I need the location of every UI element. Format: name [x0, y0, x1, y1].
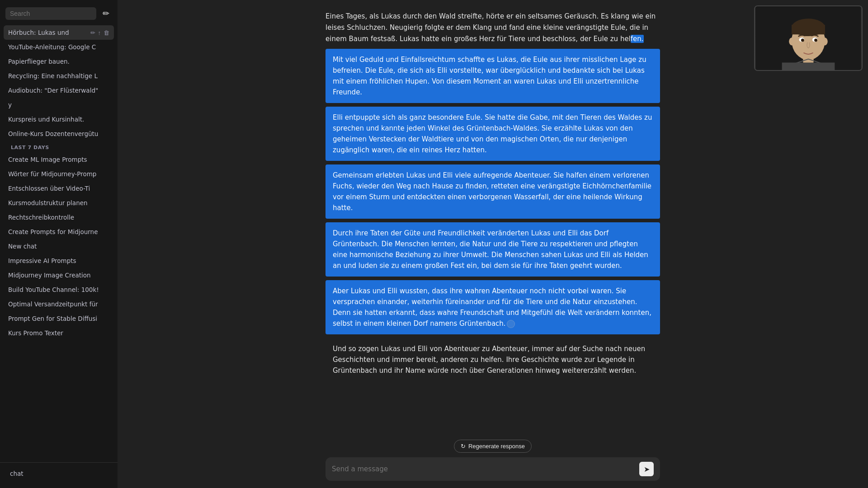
svg-point-6 [789, 38, 795, 46]
sidebar-item-label: Impressive AI Prompts [8, 257, 109, 264]
send-icon: ➤ [644, 465, 650, 474]
sidebar-top: ✏ [0, 4, 118, 25]
search-input[interactable] [5, 7, 96, 20]
sidebar-item-wörter[interactable]: Wörter für Midjourney-Promp [4, 167, 114, 181]
sidebar-item-versandzeitpunkt[interactable]: Optimal Versandzeitpunkt für [4, 297, 114, 311]
sidebar-item-flüsterwald[interactable]: Audiobuch: "Der Flüsterwald" [4, 83, 114, 98]
delete-icon[interactable]: 🗑 [104, 29, 109, 36]
sidebar-item-label: Online-Kurs Dozentenvergütu [8, 130, 109, 137]
sidebar-items-list: Hörbuch: Lukas und ✏ ↑ 🗑 YouTube-Anleitu… [0, 25, 118, 462]
chat-bottom-label: chat [10, 470, 108, 477]
regenerate-icon: ↻ [461, 443, 466, 450]
svg-point-7 [821, 38, 828, 46]
sidebar-item-entschlossen[interactable]: Entschlossen über Video-Ti [4, 181, 114, 196]
sidebar-item-label: Optimal Versandzeitpunkt für [8, 300, 109, 308]
sidebar-item-label: Papierflieger bauen. [8, 58, 109, 65]
sidebar-item-prompt-gen[interactable]: Prompt Gen for Stable Diffusi [4, 311, 114, 326]
message-para-5: Durch ihre Taten der Güte und Freundlich… [326, 222, 660, 277]
sidebar-item-label: Prompt Gen for Stable Diffusi [8, 315, 109, 322]
active-item-actions: ✏ ↑ 🗑 [90, 29, 110, 36]
message-para-1: Eines Tages, als Lukas durch den Wald st… [326, 11, 660, 44]
sidebar-item-label: Create ML Image Prompts [8, 156, 109, 163]
sidebar-item-label: Kurs Promo Texter [8, 329, 109, 337]
sidebar-item-label: New chat [8, 243, 109, 250]
svg-rect-12 [782, 62, 835, 70]
message-input-wrap: ➤ [326, 457, 660, 481]
sidebar-item-label: Recycling: Eine nachhaltige L [8, 72, 109, 80]
para-1-highlighted: fen. [631, 35, 644, 43]
message-para-6: Aber Lukas und Elli wussten, dass ihre w… [326, 280, 660, 334]
regenerate-label: Regenerate response [468, 443, 525, 450]
sidebar-item-hoerbuch[interactable]: Hörbuch: Lukas und ✏ ↑ 🗑 [4, 25, 114, 40]
message-para-7: Und so zogen Lukas und Elli von Abenteue… [326, 338, 660, 381]
sidebar-item-impressive-ai[interactable]: Impressive AI Prompts [4, 253, 114, 268]
send-button[interactable]: ➤ [639, 462, 654, 476]
sidebar-item-label: Build YouTube Channel: 100k! [8, 286, 109, 293]
sidebar-item-label: Hörbuch: Lukas und [8, 29, 90, 36]
sidebar-item-recycling[interactable]: Recycling: Eine nachhaltige L [4, 69, 114, 83]
sidebar-bottom-chat[interactable]: chat [5, 466, 112, 481]
sidebar-item-online-kurs[interactable]: Online-Kurs Dozentenvergütu [4, 127, 114, 141]
sidebar-item-y[interactable]: y [4, 98, 114, 112]
main-area: Eines Tages, als Lukas durch den Wald st… [118, 0, 868, 488]
sidebar-item-ml-prompts[interactable]: Create ML Image Prompts [4, 152, 114, 167]
sidebar-item-midjourney-creation[interactable]: Midjourney Image Creation [4, 268, 114, 282]
svg-rect-5 [792, 25, 825, 34]
sidebar-item-build-youtube[interactable]: Build YouTube Channel: 100k! [4, 282, 114, 297]
last-7-days-label: Last 7 Days [4, 141, 114, 152]
message-para-4: Gemeinsam erlebten Lukas und Elli viele … [326, 164, 660, 219]
sidebar-item-label: YouTube-Anleitung: Google C [8, 43, 109, 51]
sidebar-item-label: Rechtschreibkontrolle [8, 214, 109, 221]
sidebar-item-kurs-promo[interactable]: Kurs Promo Texter [4, 326, 114, 340]
edit-icon[interactable]: ✏ [90, 29, 95, 36]
input-area: ↻ Regenerate response ➤ [118, 436, 868, 488]
sidebar-item-papierflieger[interactable]: Papierflieger bauen. [4, 54, 114, 69]
message-para-2: Mit viel Geduld und Einfallsreichtum sch… [326, 49, 660, 103]
video-thumbnail[interactable] [754, 5, 863, 71]
sidebar-item-create-prompts[interactable]: Create Prompts for Midjourne [4, 225, 114, 239]
sidebar-item-label: Wörter für Midjourney-Promp [8, 170, 109, 178]
sidebar-item-label: Entschlossen über Video-Ti [8, 185, 109, 192]
para-1-before: Eines Tages, als Lukas durch den Wald st… [326, 12, 656, 43]
message-input[interactable] [332, 465, 636, 473]
sidebar-item-kursmodul[interactable]: Kursmodulstruktur planen [4, 196, 114, 210]
sidebar-item-label: Audiobuch: "Der Flüsterwald" [8, 87, 109, 94]
svg-point-10 [801, 38, 804, 42]
message-para-3: Elli entpuppte sich als ganz besondere E… [326, 107, 660, 161]
new-chat-button[interactable]: ✏ [100, 8, 112, 19]
sidebar-item-kurspreis[interactable]: Kurspreis und Kursinhalt. [4, 112, 114, 127]
sidebar-item-label: Kurspreis und Kursinhalt. [8, 116, 109, 123]
sidebar-item-new-chat[interactable]: New chat [4, 239, 114, 253]
sidebar-item-label: Midjourney Image Creation [8, 272, 109, 279]
regenerate-button[interactable]: ↻ Regenerate response [454, 440, 532, 453]
share-icon[interactable]: ↑ [98, 29, 101, 36]
svg-point-11 [814, 38, 817, 42]
sidebar-item-youtube[interactable]: YouTube-Anleitung: Google C [4, 40, 114, 54]
sidebar-item-label: Kursmodulstruktur planen [8, 199, 109, 206]
video-face-area [755, 6, 862, 70]
sidebar-item-rechtschreib[interactable]: Rechtschreibkontrolle [4, 210, 114, 225]
sidebar: ✏ Hörbuch: Lukas und ✏ ↑ 🗑 YouTube-Anlei… [0, 0, 118, 488]
chat-messages: Eines Tages, als Lukas durch den Wald st… [326, 11, 660, 382]
sidebar-item-label: Create Prompts for Midjourne [8, 228, 109, 235]
sidebar-item-label: y [8, 101, 109, 108]
para-6-text: Aber Lukas und Elli wussten, dass ihre w… [333, 287, 651, 328]
text-cursor [507, 320, 515, 328]
